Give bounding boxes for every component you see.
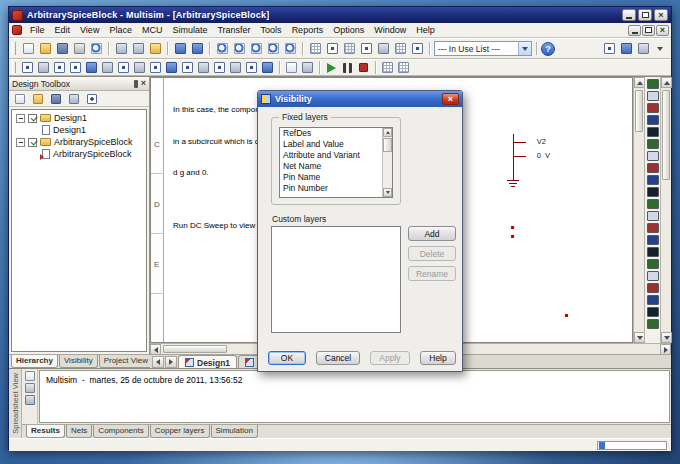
results-pane[interactable]: Multisim - martes, 25 de octubre de 2011… (39, 370, 670, 423)
place-connector-icon[interactable] (244, 61, 259, 75)
place-misc-icon[interactable] (196, 61, 211, 75)
scroll-up-button[interactable] (661, 77, 672, 88)
instrument-icon[interactable] (647, 223, 659, 233)
instrument-icon[interactable] (647, 307, 659, 317)
instrument-icon[interactable] (647, 199, 659, 209)
zoom-fit-icon[interactable] (265, 41, 281, 57)
doc-tab-design1[interactable]: Design1 (178, 355, 237, 369)
scroll-thumb[interactable] (635, 90, 643, 132)
place-analog-icon[interactable] (84, 61, 99, 75)
instrument-icon[interactable] (647, 319, 659, 329)
toggle-grid-icon[interactable] (307, 41, 323, 57)
mdi-restore-button[interactable] (642, 25, 655, 36)
collapse-icon[interactable] (16, 138, 25, 147)
place-electromechanical-icon[interactable] (228, 61, 243, 75)
instrument-icon[interactable] (647, 151, 659, 161)
place-power-icon[interactable] (180, 61, 195, 75)
open-design-icon[interactable] (30, 91, 46, 107)
place-misc-digital-icon[interactable] (132, 61, 147, 75)
tab-simulation[interactable]: Simulation (211, 425, 258, 438)
menu-tools[interactable]: Tools (256, 24, 287, 36)
place-ttl-icon[interactable] (100, 61, 115, 75)
redo-icon[interactable] (189, 41, 205, 57)
instrument-icon[interactable] (647, 103, 659, 113)
workspace-vertical-scrollbar[interactable] (633, 77, 644, 343)
place-mixed-icon[interactable] (148, 61, 163, 75)
zoom-out-icon[interactable] (231, 41, 247, 57)
place-indicator-icon[interactable] (164, 61, 179, 75)
wire[interactable] (514, 156, 526, 157)
instrument-icon[interactable] (647, 139, 659, 149)
scroll-down-button[interactable] (661, 332, 672, 343)
place-basic-icon[interactable] (36, 61, 51, 75)
mdi-minimize-button[interactable] (628, 25, 641, 36)
scroll-thumb[interactable] (662, 90, 670, 180)
new-sheet-icon[interactable] (12, 91, 28, 107)
dialog-close-button[interactable]: × (442, 93, 459, 105)
pin-icon[interactable] (134, 80, 138, 88)
menu-mcu[interactable]: MCU (137, 24, 168, 36)
cancel-button[interactable]: Cancel (316, 351, 360, 365)
toolbar-grip[interactable] (12, 62, 16, 73)
scroll-down-button[interactable] (383, 188, 392, 197)
junction-dot[interactable] (565, 314, 568, 317)
place-diode-icon[interactable] (52, 61, 67, 75)
menu-view[interactable]: View (75, 24, 104, 36)
save-icon[interactable] (54, 41, 70, 57)
checkbox[interactable] (28, 114, 37, 123)
tree-node-design1[interactable]: Design1 (12, 112, 146, 124)
instrument-icon[interactable] (647, 163, 659, 173)
instrument-icon[interactable] (647, 235, 659, 245)
tab-results[interactable]: Results (26, 425, 65, 438)
instrument-icon[interactable] (647, 211, 659, 221)
list-item-pin-name[interactable]: Pin Name (280, 172, 382, 183)
instrument-icon[interactable] (647, 247, 659, 257)
scroll-thumb[interactable] (383, 138, 392, 152)
undo-icon[interactable] (172, 41, 188, 57)
document-system-menu-icon[interactable] (12, 25, 22, 35)
instruments-scrollbar[interactable] (660, 77, 671, 343)
print-icon[interactable] (71, 41, 87, 57)
database-manager-icon[interactable] (358, 41, 374, 57)
add-button[interactable]: Add (408, 226, 456, 241)
tab-components[interactable]: Components (93, 425, 148, 438)
tab-hierarchy[interactable]: Hierarchy (11, 355, 58, 368)
zoom-in-icon[interactable] (214, 41, 230, 57)
checkbox[interactable] (28, 138, 37, 147)
place-transistor-icon[interactable] (68, 61, 83, 75)
tree-node-arbitraryspiceblock[interactable]: ArbitrarySpiceBlock (12, 136, 146, 148)
zoom-full-icon[interactable] (282, 41, 298, 57)
zoom-area-icon[interactable] (248, 41, 264, 57)
menu-help[interactable]: Help (411, 24, 440, 36)
maximize-button[interactable] (638, 9, 652, 21)
help-icon[interactable]: ? (541, 42, 555, 56)
spreadsheet-toggle-icon[interactable] (341, 41, 357, 57)
scroll-track[interactable] (383, 137, 392, 188)
scroll-up-button[interactable] (383, 128, 392, 137)
stop-simulation-icon[interactable] (356, 61, 371, 75)
new-file-icon[interactable] (20, 41, 36, 57)
place-hierarchical-block-icon[interactable] (284, 61, 299, 75)
multisim-app-icon[interactable] (12, 10, 23, 21)
wire[interactable] (513, 134, 514, 180)
run-simulation-icon[interactable] (324, 61, 339, 75)
schematic-capture-icon[interactable] (601, 41, 617, 57)
menu-reports[interactable]: Reports (287, 24, 329, 36)
close-button[interactable]: × (654, 9, 668, 21)
pause-simulation-icon[interactable] (340, 61, 355, 75)
in-use-list-combo[interactable]: --- In Use List --- (434, 41, 532, 56)
list-item-attribute-and-variant[interactable]: Attribute and Variant (280, 150, 382, 161)
tab-project-view[interactable]: Project View (99, 355, 153, 368)
wire[interactable] (514, 142, 526, 143)
instrument-icon[interactable] (647, 295, 659, 305)
scroll-track[interactable] (661, 88, 671, 332)
menu-simulate[interactable]: Simulate (167, 24, 212, 36)
grapher-icon[interactable] (392, 41, 408, 57)
copy-icon[interactable] (130, 41, 146, 57)
ok-button[interactable]: OK (268, 351, 306, 365)
place-bus-icon[interactable] (300, 61, 315, 75)
list-item-pin-number[interactable]: Pin Number (280, 183, 382, 194)
dialog-title-bar[interactable]: Visibility × (258, 91, 462, 107)
junction-dot[interactable] (511, 226, 514, 229)
combo-dropdown-button[interactable] (518, 42, 531, 55)
